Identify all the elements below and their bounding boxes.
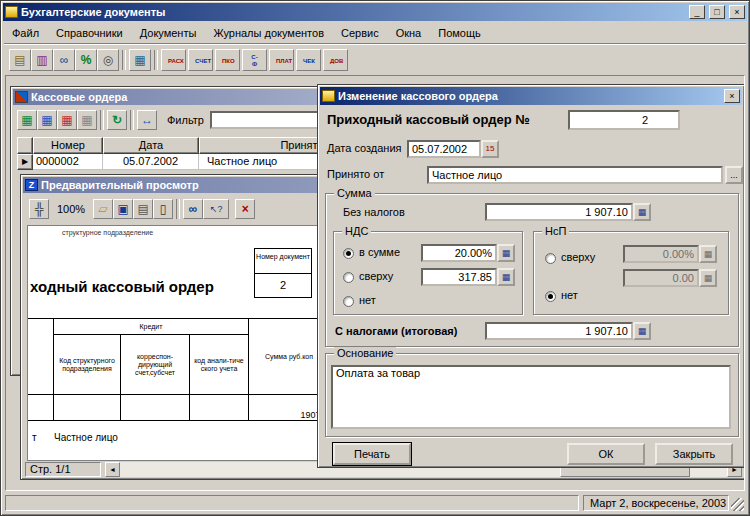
filter-label: Фильтр (167, 114, 204, 126)
vat-none-label: нет (359, 294, 376, 306)
page-setup-icon[interactable]: ▯ (153, 199, 173, 219)
minimize-button[interactable]: _ (689, 5, 705, 19)
vat-group-legend: НДС (342, 225, 371, 238)
basis-textarea[interactable] (331, 365, 731, 429)
creation-date-field[interactable] (407, 140, 481, 158)
calculator-icon[interactable]: ▦ (497, 268, 515, 286)
no-tax-field[interactable] (485, 203, 633, 221)
vat-on-top-radio[interactable] (343, 272, 354, 283)
app-icon (5, 6, 18, 18)
scroll-left-button[interactable]: ◄ (105, 462, 120, 477)
menu-documents[interactable]: Документы (140, 27, 197, 39)
calendar-button[interactable]: 15 (481, 140, 499, 158)
row-marker-header (17, 137, 33, 154)
main-window: Бухгалтерские документы _ □ × Файл Справ… (0, 0, 750, 516)
calculator-icon[interactable]: ▦ (633, 322, 651, 340)
calculator-icon[interactable]: ▦ (497, 244, 515, 262)
cell-number[interactable]: 0000002 (33, 154, 103, 170)
currency-rates-icon[interactable]: % (75, 49, 97, 71)
sf-button[interactable]: С-Ф (242, 49, 267, 71)
column-header-date[interactable]: Дата (103, 137, 199, 154)
status-bar: Март 2, воскресенье, 2003 (5, 493, 745, 512)
menu-file[interactable]: Файл (12, 27, 39, 39)
close-button[interactable]: × (729, 5, 745, 19)
zoom-level[interactable]: 100% (57, 203, 85, 215)
save-icon[interactable]: ▣ (113, 199, 133, 219)
refresh-icon[interactable]: ↻ (107, 110, 127, 130)
accepted-from-field[interactable] (427, 166, 723, 184)
main-title-bar[interactable]: Бухгалтерские документы _ □ × (3, 3, 747, 21)
menu-help[interactable]: Помощь (438, 27, 481, 39)
print-button[interactable]: Печать (333, 443, 411, 465)
app-title: Бухгалтерские документы (21, 6, 685, 18)
journal-icon[interactable]: ▤ (9, 49, 31, 71)
edit-record-icon[interactable]: ▦ (37, 110, 57, 130)
column-header-number[interactable]: Номер (33, 137, 103, 154)
expense-order-button[interactable]: РАСХ (161, 49, 186, 71)
toolbar-separator (130, 110, 134, 130)
salestax-on-top-radio[interactable] (545, 253, 556, 264)
toolbar-separator (100, 110, 104, 130)
doc-number-box-label: Номер документ (254, 248, 312, 274)
pko-button[interactable]: ПКО (215, 49, 240, 71)
menu-service[interactable]: Сервис (341, 27, 379, 39)
vat-on-top-label: сверху (359, 270, 393, 282)
copy-record-icon[interactable]: ▦ (57, 110, 77, 130)
power-of-attorney-button[interactable]: ДОВ (323, 49, 348, 71)
check-button[interactable]: ЧЕК (296, 49, 321, 71)
close-preview-icon[interactable]: × (235, 199, 255, 219)
invoice-button[interactable]: СЧЕТ (188, 49, 213, 71)
vat-in-sum-label: в сумме (359, 246, 400, 258)
vat-amount-field[interactable] (421, 268, 497, 286)
total-field[interactable] (485, 322, 633, 340)
toolbar-separator (122, 50, 126, 70)
preview-toolbar: ╬ 100% ▱ ▣ ▤ ▯ ∞ ↖? × (29, 198, 255, 220)
doc-table: Кредит Сумма руб.коп Код структурного по… (27, 318, 330, 421)
dialog-title-bar[interactable]: Изменение кассового ордера × (320, 87, 742, 105)
context-help-icon[interactable]: ↖? (203, 199, 229, 219)
menu-journals[interactable]: Журналы документов (213, 27, 324, 39)
menu-windows[interactable]: Окна (396, 27, 422, 39)
dialog-close-button[interactable]: × (724, 89, 740, 103)
find-icon[interactable]: ∞ (183, 199, 203, 219)
preview-icon: Z (25, 179, 38, 191)
menu-references[interactable]: Справочники (56, 27, 123, 39)
view-icon[interactable]: ◎ (97, 49, 119, 71)
vat-none-radio[interactable] (343, 296, 354, 307)
edit-cash-order-dialog: Изменение кассового ордера × Приходный к… (317, 84, 745, 468)
resize-grip[interactable] (731, 498, 744, 511)
ok-button[interactable]: ОК (567, 443, 645, 465)
sum-group-legend: Сумма (334, 187, 375, 200)
swap-columns-icon[interactable]: ↔ (137, 110, 157, 130)
close-dialog-button[interactable]: Закрыть (655, 443, 733, 465)
table-icon[interactable]: ▦ (129, 49, 151, 71)
calculator-icon: ▦ (699, 269, 717, 287)
menu-bar: Файл Справочники Документы Журналы докум… (4, 23, 746, 43)
doc-table-col-account: корреспон-дирующий счет,субсчет (121, 335, 190, 395)
open-icon[interactable]: ▱ (93, 199, 113, 219)
menu-divider (4, 43, 746, 45)
print-icon[interactable]: ▤ (133, 199, 153, 219)
preview-title: Предварительный просмотр (41, 179, 199, 191)
doc-header-small: структурное подразделение (62, 229, 153, 236)
doc-table-empty-cell (27, 395, 54, 421)
cell-date[interactable]: 05.07.2002 (103, 154, 199, 170)
delete-record-icon[interactable]: ▦ (77, 110, 97, 130)
salestax-none-radio[interactable] (545, 291, 556, 302)
doc-accepted-fragment: т (32, 432, 37, 443)
calculator-icon[interactable]: ▦ (633, 203, 651, 221)
maximize-button[interactable]: □ (709, 5, 725, 19)
grid-lines-icon[interactable]: ╬ (29, 199, 49, 219)
payment-button[interactable]: ПЛАТ (269, 49, 294, 71)
dictionary-icon[interactable]: ▥ (31, 49, 53, 71)
vat-rate-field[interactable] (421, 244, 497, 262)
new-record-icon[interactable]: ▦ (17, 110, 37, 130)
order-number-field[interactable] (568, 110, 680, 130)
calculator-icon: ▦ (699, 245, 717, 263)
browse-button[interactable]: ... (725, 166, 743, 184)
binoculars-icon[interactable]: ∞ (53, 49, 75, 71)
cash-orders-toolbar: ▦ ▦ ▦ ▦ ↻ ↔ Фильтр (17, 109, 350, 131)
vat-in-sum-radio[interactable] (343, 248, 354, 259)
toolbar-separator (176, 199, 180, 219)
dialog-title: Изменение кассового ордера (338, 90, 720, 102)
